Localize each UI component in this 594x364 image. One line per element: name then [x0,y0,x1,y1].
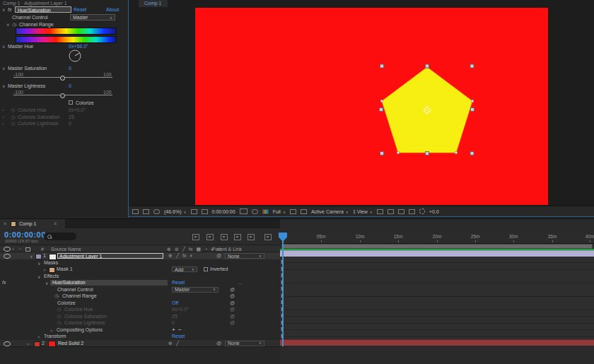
region-of-interest-icon[interactable] [202,209,208,214]
channel-glasses-icon[interactable] [153,209,160,214]
about-effect-button[interactable]: About [106,6,119,13]
colorize-toggle-value[interactable]: Off [172,300,178,307]
add-option-button[interactable]: + [172,327,175,334]
parent-dropdown[interactable]: None∨ [225,253,264,259]
comp-mini-flowchart-icon[interactable] [192,234,199,240]
shy-layers-icon[interactable] [221,234,228,240]
row-colorize[interactable]: Colorize Off @ [0,300,280,307]
stopwatch-icon[interactable]: ◷ [11,120,15,127]
row-hue-saturation[interactable]: fx ∨ Hue/Saturation Reset … [0,279,280,286]
pixel-aspect-icon[interactable] [377,209,383,214]
layer-name[interactable]: Red Solid 2 [58,340,83,347]
twirl-open-icon[interactable]: ∨ [2,44,5,50]
show-snapshot-icon[interactable] [252,209,258,214]
group-label[interactable]: Effects [44,273,59,280]
mask-name[interactable]: Mask 1 [57,266,73,273]
close-icon[interactable]: × [4,221,6,226]
view-layout-dropdown[interactable]: 1 View∨ [353,209,373,214]
twirl-open-icon[interactable]: ∨ [2,7,5,13]
row-colorize-hue[interactable]: ◷ Colorize Hue 0x+0.0° @ [0,306,280,313]
red-solid-duration-bar[interactable] [280,339,594,346]
group-row-masks[interactable]: ∨ Masks [0,259,280,266]
row-channel-control[interactable]: Channel Control Master∨ @ [0,286,280,293]
layer-row-red-solid[interactable]: > 2 Red Solid 2 ⊕╱ @ None∨ [0,340,280,347]
graph-editor-icon[interactable] [264,234,272,240]
row-compositing-options[interactable]: > Compositing Options + − [0,327,280,334]
frame-blend-icon[interactable] [234,234,241,240]
composition-canvas[interactable] [195,8,548,205]
effect-row-name[interactable]: Hue/Saturation [50,280,168,286]
row-colorize-saturation[interactable]: ◷ Colorize Saturation 25 @ [0,313,280,320]
stopwatch-icon[interactable]: ◷ [57,306,61,313]
work-area-bar[interactable] [281,244,593,249]
group-row-effects[interactable]: ∨ Effects [0,273,280,280]
time-ruler[interactable]: 0m 05m 10m 15m 20m 25m 30m 35m 40m [280,233,594,244]
resolution-dropdown[interactable]: Full∨ [273,209,286,214]
master-saturation-value[interactable]: 0 [69,65,71,71]
lightness-slider-thumb[interactable] [60,93,65,98]
reset-link[interactable]: Reset [172,279,185,286]
pickwhip-icon[interactable]: @ [230,306,235,313]
hue-dial[interactable] [68,49,83,63]
pickwhip-icon[interactable]: @ [216,340,221,347]
parent-dropdown[interactable]: None∨ [225,341,264,346]
stopwatch-icon[interactable]: ◷ [57,319,61,327]
pickwhip-icon[interactable]: @ [216,252,221,259]
panel-menu-icon[interactable]: ≡ [54,221,57,226]
pickwhip-icon[interactable]: @ [230,293,235,300]
colorize-checkbox[interactable] [69,100,73,105]
pickwhip-icon[interactable]: @ [230,286,235,293]
snapshot-camera-icon[interactable] [240,209,248,214]
motion-blur-icon[interactable] [248,234,255,240]
fast-previews-icon[interactable] [290,209,296,214]
stopwatch-icon[interactable]: ◷ [57,313,61,320]
pickwhip-icon[interactable]: @ [230,313,235,320]
remove-option-button[interactable]: − [178,327,182,334]
gear-icon[interactable] [419,209,425,214]
reset-effect-button[interactable]: Reset [74,6,86,13]
camera-dropdown[interactable]: Active Camera∨ [311,209,349,214]
reset-link[interactable]: Reset [172,333,185,340]
layer-switches[interactable]: ⊕╱fx◐ [168,252,193,259]
row-colorize-lightness[interactable]: ◷ Colorize Lightness 0 @ [0,319,280,327]
layer-switches[interactable]: ⊕╱ [168,340,179,347]
channel-control-dropdown[interactable]: Master∨ [172,287,219,293]
layer-row-adjustment-layer[interactable]: ∨ 1 Adjustment Layer 1 ⊕╱fx◐ @ None∨ [0,252,280,259]
adjustment-layer-duration-bar[interactable] [280,250,594,257]
channel-control-dropdown[interactable]: Master ∨ [70,14,115,20]
main-display-icon[interactable] [143,209,149,214]
twirl-open-icon[interactable]: ∨ [6,22,9,28]
viewer-tab-comp1[interactable]: Comp 1 [139,0,168,7]
row-channel-range[interactable]: ◷ Channel Range @ [0,293,280,300]
stopwatch-icon[interactable]: ◷ [11,114,15,120]
mask-mode-dropdown[interactable]: Add∨ [172,266,197,272]
layer-name[interactable]: Adjustment Layer 1 [57,253,163,259]
eye-icon[interactable] [4,341,11,346]
group-label[interactable]: Transform [44,333,66,340]
comp-flowchart-icon[interactable] [398,209,404,214]
group-label[interactable]: Masks [44,259,58,266]
master-hue-value[interactable]: 0x+58.0° [69,43,88,49]
magnification-dropdown[interactable]: (46.6%)∨ [164,209,187,214]
master-lightness-value[interactable]: 0 [69,83,71,89]
fx-badge-icon[interactable]: fx [2,279,6,286]
twirl-closed-icon[interactable]: > [2,121,5,127]
source-name-column-header[interactable]: Source Name [51,247,81,252]
timeline-button-icon[interactable] [388,209,394,214]
group-label[interactable]: Compositing Options [57,327,103,334]
draft-3d-icon[interactable] [206,234,214,240]
stopwatch-icon[interactable]: ◷ [12,21,16,28]
pickwhip-icon[interactable]: @ [230,319,235,327]
always-preview-icon[interactable] [132,209,139,214]
preview-time[interactable]: 0:00:00:00 [212,209,235,214]
stopwatch-icon[interactable]: ◷ [54,293,59,300]
timeline-tab-comp1[interactable]: × Comp 1 ≡ [0,219,65,228]
row-mask-1[interactable]: > Mask 1 Add∨ Inverted [0,266,280,273]
reset-exposure-icon[interactable] [409,209,415,214]
options-ellipsis[interactable]: … [238,279,243,286]
pickwhip-icon[interactable]: @ [230,300,235,307]
current-time-display[interactable]: 0:00:00:00 [4,230,46,239]
show-channel-icon[interactable] [262,209,269,214]
exposure-value[interactable]: +0.0 [429,209,439,214]
timeline-search-input[interactable] [44,233,76,240]
